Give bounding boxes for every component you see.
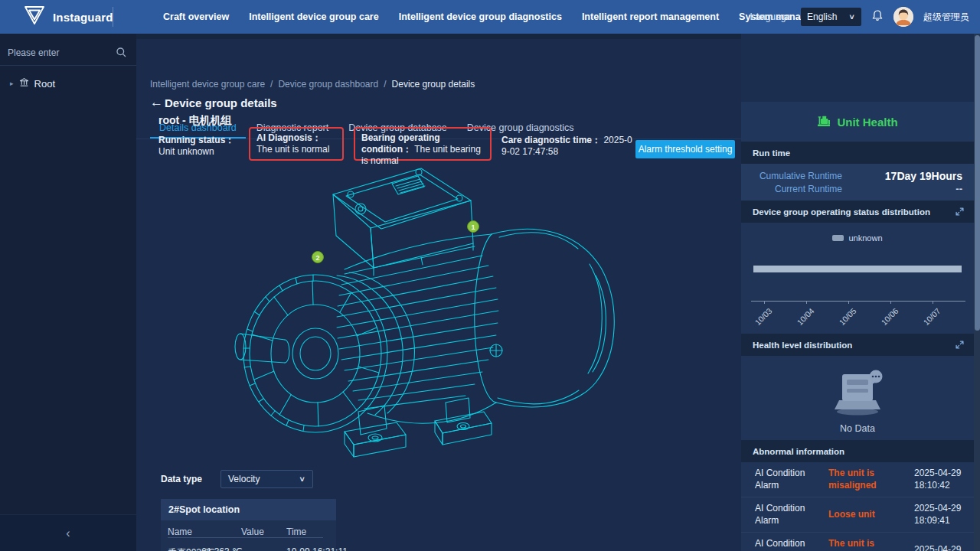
sidebar-item-label: Root — [34, 78, 55, 90]
unit-health-panel: Unit Health Run time Cumulative Runtime … — [741, 34, 974, 551]
organization-icon — [19, 77, 29, 90]
logo-icon — [23, 5, 46, 29]
nav-item-device-group-care[interactable]: Intelligent device group care — [249, 11, 379, 22]
table-row: 垂直002-℃ 61.363 ℃ 10-09 16:21:11 — [161, 545, 336, 551]
app-root: Instaguard Craft overview Intelligent de… — [0, 0, 980, 551]
table-divider — [168, 537, 323, 538]
spot-marker-2-label: 2 — [315, 254, 319, 262]
data-type-row: Data type Velocity ∨ — [161, 470, 313, 488]
unit-health-header: Unit Health — [741, 102, 974, 142]
chevron-down-icon: ∨ — [848, 12, 855, 21]
alarm-message: Loose unit — [828, 509, 908, 521]
spot-card-title: 2#Spot location — [161, 499, 336, 520]
status-distribution-label: Device group operating status distributi… — [753, 207, 930, 217]
nav-right: Language English ∨ 超级管理员 — [750, 0, 969, 34]
breadcrumb-item-care[interactable]: Intelligent device group care — [150, 79, 265, 90]
alarm-message: The unit is misaligned — [828, 538, 908, 551]
nav-divider — [113, 7, 113, 27]
scrollbar-thumb[interactable] — [975, 35, 980, 331]
collapse-sidebar-icon[interactable]: ‹ — [66, 527, 70, 540]
brand[interactable]: Instaguard — [23, 0, 113, 34]
no-data-icon — [828, 370, 887, 420]
tick-label: 10/03 — [746, 306, 774, 334]
care-diagnostic-time: Care diagnostic time： 2025-09-02 17:47:5… — [501, 135, 636, 158]
run-time-section-header: Run time — [741, 142, 974, 164]
data-type-value: Velocity — [228, 474, 260, 484]
top-nav: Instaguard Craft overview Intelligent de… — [0, 0, 980, 34]
nav-item-device-group-diagnostics[interactable]: Intelligent device group diagnostics — [399, 11, 562, 22]
tick-label: 10/05 — [830, 306, 858, 334]
user-name: 超级管理员 — [923, 11, 969, 24]
nav-item-craft-overview[interactable]: Craft overview — [163, 11, 229, 22]
breadcrumb-separator: / — [384, 79, 386, 90]
nav-item-report-management[interactable]: Intelligent report management — [582, 11, 719, 22]
page-title-row: ← Device group details — [150, 95, 277, 110]
chart-legend[interactable]: unknown — [741, 233, 974, 243]
unit-title: root - 电机机组 — [158, 114, 232, 128]
machine-icon — [817, 114, 831, 130]
alarm-type: AI Condition Alarm — [755, 538, 822, 551]
avatar[interactable] — [893, 7, 913, 27]
x-axis — [751, 301, 965, 302]
expand-icon[interactable] — [956, 207, 964, 216]
current-runtime-row: Current Runtime -- — [741, 182, 974, 195]
language-label: Language — [750, 11, 791, 22]
column-value: Value — [241, 527, 264, 537]
sidebar: ▸ Root ‹ — [0, 34, 136, 551]
data-type-select[interactable]: Velocity ∨ — [220, 470, 313, 488]
alarm-threshold-setting-button[interactable]: Alarm threshold setting — [635, 140, 735, 158]
alarm-message: The unit is misaligned — [828, 468, 908, 491]
alarm-time: 2025-04-29 18:10:42 — [914, 468, 971, 491]
brand-name: Instaguard — [53, 11, 113, 24]
column-name: Name — [168, 527, 192, 537]
legend-label-unknown: unknown — [848, 233, 882, 243]
list-item: AI Condition Alarm The unit is misaligne… — [741, 462, 974, 497]
main-content: Intelligent device group care / Device g… — [136, 34, 741, 551]
sidebar-collapse-bar: ‹ — [0, 514, 136, 551]
spot-table-header: Name Value Time — [161, 525, 336, 542]
alarm-type: AI Condition Alarm — [755, 468, 822, 491]
expand-icon[interactable] — [956, 341, 964, 349]
search-icon[interactable] — [116, 47, 127, 61]
list-item: AI Condition Alarm The unit is misaligne… — [741, 533, 974, 551]
abnormal-info-list: AI Condition Alarm The unit is misaligne… — [741, 462, 974, 551]
health-distribution-label: Health level distribution — [753, 341, 852, 350]
page-title: Device group details — [165, 96, 277, 109]
unit-health-title: Unit Health — [837, 116, 897, 129]
axis-tick — [890, 301, 891, 304]
axis-tick — [806, 301, 807, 304]
bell-icon[interactable] — [871, 9, 884, 24]
spot-marker-1[interactable]: 1 — [468, 221, 479, 233]
health-distribution-empty: No Data — [741, 356, 974, 440]
breadcrumb-separator: / — [270, 79, 273, 90]
health-distribution-section-header: Health level distribution — [741, 334, 974, 356]
caret-right-icon[interactable]: ▸ — [10, 80, 14, 87]
spot-marker-1-label: 1 — [471, 223, 475, 231]
back-arrow-icon[interactable]: ← — [150, 95, 163, 110]
axis-tick — [933, 301, 933, 304]
spot-marker-2[interactable]: 2 — [312, 252, 324, 263]
language-select[interactable]: English ∨ — [801, 8, 861, 26]
breadcrumb-item-dashboard[interactable]: Device group dashboard — [278, 79, 378, 90]
ai-diagnosis-label: AI Diagnosis： — [256, 132, 322, 143]
care-time-label: Care diagnostic time： — [501, 135, 601, 145]
search-input[interactable] — [8, 44, 115, 61]
running-status-label: Running status： — [158, 135, 234, 145]
alarm-time: 2025-04-29 18:09:41 — [914, 503, 971, 527]
cell-time: 10-09 16:21:11 — [286, 546, 348, 551]
tick-label: 10/07 — [914, 306, 942, 334]
bearing-condition-box: Bearing operating condition： The unit be… — [354, 127, 492, 161]
sidebar-search — [0, 43, 136, 66]
cell-value: 61.363 ℃ — [201, 546, 243, 551]
running-status: Running status： Unit unknown — [158, 135, 237, 158]
breadcrumb-item-current: Device group details — [392, 79, 475, 90]
status-distribution-section-header: Device group operating status distributi… — [741, 201, 974, 223]
no-data-text: No Data — [840, 423, 875, 434]
sidebar-item-root[interactable]: ▸ Root — [0, 66, 136, 90]
alarm-time: 2025-04-29 — [914, 544, 971, 551]
column-time: Time — [286, 527, 306, 537]
ai-diagnosis-box: AI Diagnosis： The unit is normal — [249, 127, 344, 161]
language-value: English — [807, 11, 837, 22]
status-bar-unknown[interactable] — [753, 266, 962, 272]
cumulative-runtime-row: Cumulative Runtime 17Day 19Hours — [741, 169, 974, 182]
